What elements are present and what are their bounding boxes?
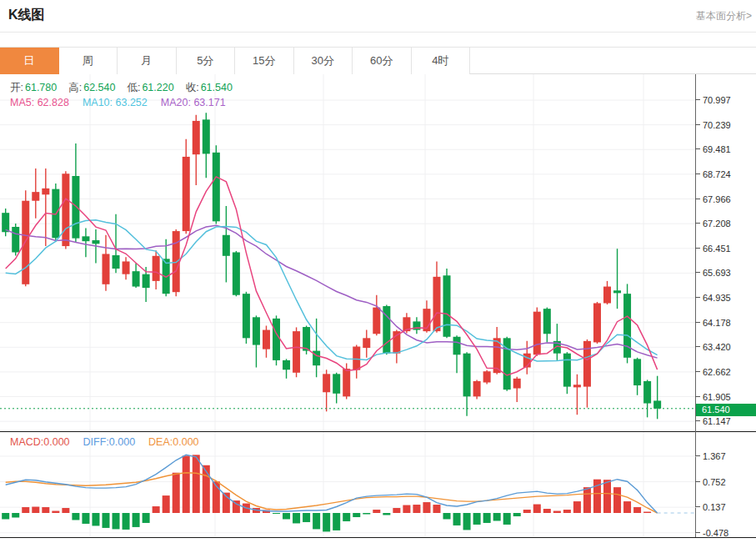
macd-bar (643, 512, 651, 513)
price-tick: 67.208 (696, 219, 756, 229)
candle-body (573, 385, 581, 387)
candle-body (463, 354, 471, 397)
macd-value: 0.000 (43, 436, 69, 448)
macd-bar (12, 513, 19, 517)
high-value: 62.540 (83, 82, 115, 93)
ma20-line (6, 225, 658, 358)
tab-6[interactable]: 60分 (353, 48, 412, 74)
tick-mark (695, 272, 700, 273)
tab-7[interactable]: 4时 (412, 48, 471, 74)
low-label: 低: (127, 82, 140, 93)
price-tick: 68.724 (696, 169, 756, 179)
macd-bar (393, 508, 400, 513)
macd-bar (82, 513, 89, 524)
low-value: 61.220 (142, 82, 173, 93)
macd-bar (443, 513, 451, 519)
macd-bar (433, 505, 440, 513)
candle-body (543, 309, 551, 334)
macd-bar (283, 513, 290, 519)
macd-bar (513, 513, 521, 516)
macd-bar (603, 480, 611, 513)
macd-bar (313, 513, 320, 529)
tick-mark (695, 173, 700, 174)
candle-body (363, 338, 370, 348)
macd-label: MACD: (10, 436, 43, 448)
candle-body (243, 294, 250, 338)
macd-tick: -0.478 (696, 528, 756, 538)
macd-bar (333, 513, 340, 530)
open-value: 61.780 (25, 82, 57, 93)
candle-body (603, 287, 611, 304)
candle-body (613, 290, 621, 293)
macd-bar (563, 510, 571, 513)
candle-body (62, 173, 69, 246)
macd-bar (363, 513, 370, 514)
candle-body (453, 337, 461, 355)
tick-mark (695, 396, 700, 397)
ma20-label: MA20: (161, 97, 191, 108)
candle-body (92, 240, 99, 244)
macd-bar (293, 513, 300, 523)
tab-1[interactable]: 周 (59, 48, 118, 74)
ohlc-readout: 开:61.780 高:62.540 低:61.220 收:61.540 (10, 81, 233, 95)
macd-bar (92, 513, 99, 525)
macd-bar (413, 505, 420, 513)
macd-readout: MACD:0.000 DIFF:0.000 DEA:0.000 (10, 436, 199, 448)
candle-body (353, 347, 360, 370)
candle-body (343, 369, 350, 396)
candle-body (373, 308, 380, 334)
macd-bar (383, 513, 390, 515)
macd-bar (113, 513, 120, 529)
candle-body (433, 277, 440, 331)
candle-body (22, 201, 29, 284)
macd-tick: 0.137 (696, 502, 756, 512)
tab-2[interactable]: 月 (118, 48, 177, 74)
tab-4[interactable]: 15分 (235, 48, 294, 74)
ma-readout: MA5: 62.828 MA10: 63.252 MA20: 63.171 (10, 97, 226, 108)
macd-bar (103, 513, 110, 528)
candle-body (193, 121, 200, 154)
candle-body (213, 153, 220, 222)
macd-bar (143, 513, 150, 523)
macd-bar (343, 513, 350, 521)
ma10-value: 63.252 (116, 97, 148, 108)
price-tick: 62.662 (696, 367, 756, 377)
price-tick: 64.935 (696, 293, 756, 303)
macd-bar (573, 501, 581, 513)
macd-bar (163, 495, 170, 513)
tab-5[interactable]: 30分 (294, 48, 353, 74)
tick-mark (695, 506, 700, 507)
candle-body (393, 331, 400, 354)
fundamental-analysis-link[interactable]: 基本面分析> (696, 9, 752, 23)
tick-mark (695, 532, 700, 533)
tick-mark (695, 481, 700, 482)
tick-mark (695, 322, 700, 323)
tab-0[interactable]: 日 (0, 48, 59, 74)
macd-bar (123, 513, 130, 530)
open-label: 开: (10, 82, 23, 93)
macd-bar (273, 513, 280, 514)
ma5-label: MA5: (10, 97, 34, 108)
candle-body (443, 275, 451, 337)
candle-body (203, 119, 210, 153)
macd-bar (62, 508, 69, 513)
price-tick: 64.178 (696, 318, 756, 328)
ma10-line (6, 220, 658, 361)
candle-body (303, 327, 310, 351)
candle-body (103, 254, 110, 284)
price-tick: 61.905 (696, 392, 756, 402)
candle-body (72, 176, 79, 239)
price-tick: 67.966 (696, 194, 756, 204)
dea-value: 0.000 (173, 436, 198, 448)
ma20-value: 63.171 (193, 97, 225, 108)
diff-line (6, 455, 658, 513)
tab-3[interactable]: 5分 (177, 48, 236, 74)
page-title: K线图 (8, 7, 45, 24)
main-candlestick-chart[interactable] (0, 74, 696, 431)
macd-bar (463, 513, 471, 530)
candle-body (253, 317, 260, 344)
macd-tick: 0.752 (696, 477, 756, 487)
macd-bar (133, 513, 140, 527)
macd-bar (633, 507, 641, 513)
candle-body (653, 400, 661, 408)
